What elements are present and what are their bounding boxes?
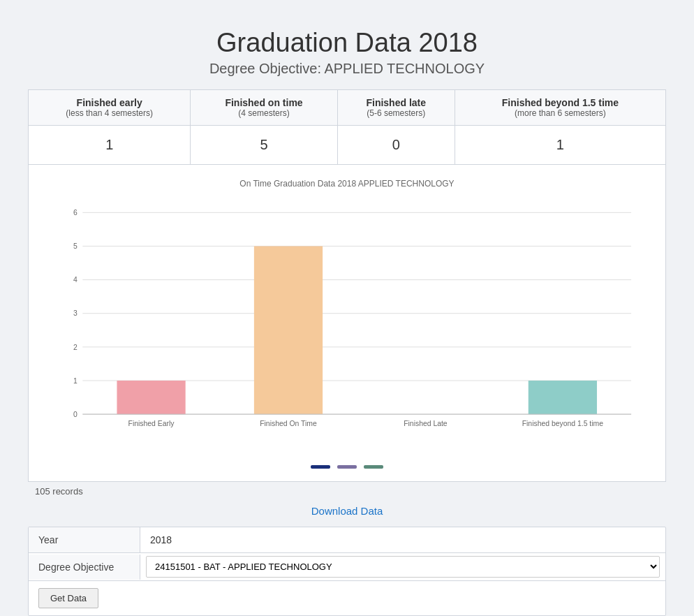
svg-text:0: 0 [73,411,77,418]
year-row: Year 2018 [29,527,665,553]
summary-value-early: 1 [29,126,191,165]
summary-table: Finished early(less than 4 semesters)Fin… [28,89,666,165]
year-value: 2018 [140,527,665,552]
svg-text:Finished beyond 1.5 time: Finished beyond 1.5 time [522,420,603,427]
svg-rect-19 [529,381,597,414]
year-label: Year [29,527,140,552]
page-title: Graduation Data 2018 [28,28,666,58]
svg-text:1: 1 [73,377,77,385]
main-container: Graduation Data 2018 Degree Objective: A… [14,14,680,616]
svg-text:2: 2 [73,344,77,351]
chart-svg: 0123456Finished EarlyFinished On TimeFin… [50,196,644,461]
get-data-button[interactable]: Get Data [38,588,98,608]
svg-text:Finished On Time: Finished On Time [260,420,317,427]
legend-item [337,465,357,469]
summary-value-late: 0 [337,126,455,165]
svg-text:3: 3 [73,309,77,317]
svg-text:Finished Late: Finished Late [404,420,448,427]
summary-value-beyond: 1 [455,126,665,165]
summary-header-late: Finished late(5-6 semesters) [337,90,455,126]
page-subtitle: Degree Objective: APPLIED TECHNOLOGY [28,61,666,77]
summary-value-ontime: 5 [191,126,337,165]
records-text: 105 records [35,486,666,497]
svg-text:4: 4 [73,276,77,284]
degree-label: Degree Objective [29,555,140,580]
svg-text:5: 5 [73,242,77,250]
svg-rect-14 [117,381,185,414]
summary-header-early: Finished early(less than 4 semesters) [29,90,191,126]
degree-select[interactable]: 24151501 - BAT - APPLIED TECHNOLOGY [146,556,660,578]
legend-item [311,465,330,469]
form-section: Year 2018 Degree Objective 24151501 - BA… [28,527,666,616]
svg-text:6: 6 [73,209,77,217]
summary-header-beyond: Finished beyond 1.5 time(more than 6 sem… [455,90,665,126]
svg-rect-16 [254,246,323,414]
summary-header-ontime: Finished on time(4 semesters) [191,90,337,126]
degree-row: Degree Objective 24151501 - BAT - APPLIE… [29,553,665,581]
download-link[interactable]: Download Data [28,505,666,517]
chart-title: On Time Graduation Data 2018 APPLIED TEC… [50,179,644,189]
svg-text:Finished Early: Finished Early [128,420,175,427]
chart-wrapper: On Time Graduation Data 2018 APPLIED TEC… [28,165,666,482]
chart-legend [50,465,644,469]
legend-item [364,465,383,469]
get-data-row: Get Data [29,581,665,615]
chart-area: 0123456Finished EarlyFinished On TimeFin… [50,196,644,461]
